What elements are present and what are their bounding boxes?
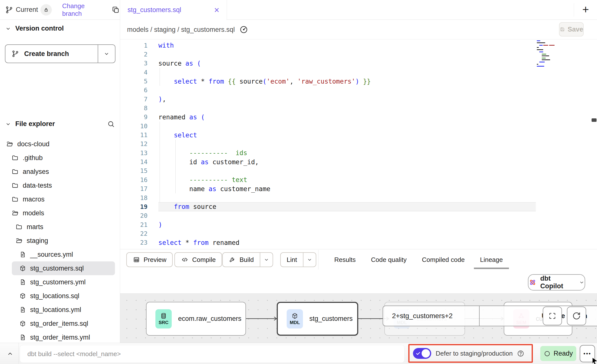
compile-label: Compile — [192, 256, 216, 264]
version-control-section-header[interactable]: Version control — [5, 25, 64, 32]
file-icon — [19, 334, 26, 341]
line-number: 2 — [120, 51, 148, 58]
file-tree-item[interactable]: stg_locations.sql — [0, 289, 120, 303]
copilot-compass-icon[interactable] — [239, 25, 248, 34]
file-tree-item-label: marts — [27, 223, 43, 231]
line-number: 14 — [120, 158, 148, 165]
copilot-row: dbt Copilot — [120, 270, 597, 293]
file-tree-item-label: stg_customers.yml — [30, 278, 86, 286]
file-tree-item[interactable]: stg_customers.yml — [0, 275, 120, 289]
tab-code-quality[interactable]: Code quality — [371, 256, 407, 264]
breadcrumb-row: models / staging / stg_customers.sql Sav… — [120, 20, 597, 39]
file-tree-item[interactable]: stg_customers.sql — [12, 261, 115, 275]
copy-branch-icon[interactable] — [112, 6, 120, 14]
code-line: 3source as ( — [120, 59, 597, 68]
lineage-node-stg-customers[interactable]: MDL stg_customers — [277, 302, 358, 336]
lint-button[interactable]: Lint — [280, 252, 316, 267]
dbt-copilot-button[interactable]: dbt Copilot — [528, 274, 585, 291]
compile-button[interactable]: Compile — [174, 252, 222, 267]
minimap[interactable] — [537, 40, 566, 67]
indent-guide — [175, 140, 176, 193]
scrollbar-thumb[interactable] — [592, 118, 597, 122]
file-tree-item-label: stg_customers.sql — [30, 265, 84, 272]
save-label: Save — [568, 26, 583, 33]
lineage-node-source[interactable]: SRC ecom.raw_customers — [146, 302, 246, 336]
create-branch-dropdown[interactable] — [98, 45, 115, 63]
build-button[interactable]: Build — [222, 252, 273, 267]
code-line: 10 — [120, 122, 597, 130]
dbt-copilot-label: dbt Copilot — [540, 275, 575, 290]
file-tree-item[interactable]: .github — [0, 151, 120, 165]
file-tree-item[interactable]: models — [0, 206, 120, 220]
file-tree-item[interactable]: stg_locations.yml — [0, 303, 120, 317]
line-number: 5 — [120, 78, 148, 85]
line-number: 16 — [120, 176, 148, 183]
lineage-selector-input[interactable]: 2+stg_customers+2 — [383, 306, 479, 326]
file-tree-item[interactable]: docs-cloud — [0, 137, 120, 151]
defer-label: Defer to staging/production — [436, 350, 513, 357]
search-icon[interactable] — [107, 120, 115, 128]
line-number: 18 — [120, 194, 148, 201]
line-number: 4 — [120, 69, 148, 76]
save-button[interactable]: Save — [559, 22, 584, 36]
folder-icon — [11, 154, 19, 162]
main-panel: stg_customers.sql × + models / staging /… — [120, 0, 597, 343]
file-explorer-section-header[interactable]: File explorer — [5, 120, 55, 128]
lineage-graph[interactable]: SRC ecom.raw_customers MDL stg_customers — [120, 293, 597, 343]
editor-toolbar: Preview Compile Build — [120, 249, 597, 270]
model-cube-icon — [19, 265, 26, 272]
wrench-icon — [229, 256, 236, 263]
create-branch-button[interactable]: Create branch — [5, 44, 115, 63]
file-tree-item-label: docs-cloud — [17, 140, 50, 148]
folder-open-icon — [6, 140, 13, 148]
tab-compiled-code[interactable]: Compiled code — [422, 256, 465, 264]
lineage-selector: 2+stg_customers+2 Update Graph — [383, 306, 597, 326]
command-bar — [20, 345, 405, 363]
change-branch-link[interactable]: Change branch — [62, 2, 105, 18]
file-tree-item-label: analyses — [23, 168, 49, 176]
tab-lineage[interactable]: Lineage — [480, 256, 503, 264]
ready-label: Ready — [554, 350, 573, 357]
code-line: 24 — [120, 247, 597, 249]
file-tree-item[interactable]: stg_order_items.yml — [0, 330, 120, 344]
file-tree-item[interactable]: __sources.yml — [0, 248, 120, 261]
defer-toggle[interactable] — [413, 348, 431, 359]
file-tree-item[interactable]: macros — [0, 192, 120, 206]
build-dropdown[interactable] — [260, 253, 273, 267]
refresh-icon — [572, 311, 581, 320]
line-number: 1 — [120, 42, 148, 49]
create-branch-label: Create branch — [24, 50, 69, 58]
close-tab-icon[interactable]: × — [214, 6, 219, 15]
file-tree-item[interactable]: stg_order_items.sql — [0, 317, 120, 330]
code-editor[interactable]: 1with23source as (45 select * from {{ so… — [120, 39, 597, 249]
file-tree-item[interactable]: staging — [0, 234, 120, 248]
line-number: 8 — [120, 105, 148, 112]
current-branch-button[interactable]: Current — [5, 4, 52, 16]
version-control-title: Version control — [15, 25, 64, 32]
code-line: 22 — [120, 229, 597, 238]
chevron-down-icon — [103, 51, 110, 57]
line-number: 15 — [120, 167, 148, 174]
folder-icon — [11, 182, 19, 189]
new-tab-button[interactable]: + — [579, 2, 593, 16]
preview-button[interactable]: Preview — [126, 252, 173, 267]
file-icon — [19, 279, 26, 286]
file-tree-item[interactable]: marts — [0, 220, 120, 234]
file-tree-item[interactable]: data-tests — [0, 179, 120, 192]
branch-locked-indicator — [40, 4, 52, 16]
node-label: ecom.raw_customers — [178, 315, 242, 323]
tab-stg-customers-sql[interactable]: stg_customers.sql × — [120, 0, 227, 20]
file-tree-item[interactable]: analyses — [0, 165, 120, 179]
collapse-panel-button[interactable] — [4, 349, 16, 359]
file-tree: docs-cloud.githubanalysesdata-testsmacro… — [0, 137, 120, 344]
git-branch-icon — [5, 6, 13, 14]
tab-results[interactable]: Results — [334, 256, 356, 264]
help-icon[interactable] — [517, 350, 524, 357]
command-input[interactable] — [27, 350, 397, 358]
lint-dropdown[interactable] — [303, 253, 316, 267]
refresh-button[interactable] — [567, 307, 586, 325]
toggle-knob — [422, 349, 430, 358]
code-line: 13 ---------- ids — [120, 148, 597, 157]
fullscreen-button[interactable] — [543, 307, 562, 325]
code-line: 11 select — [120, 130, 597, 139]
